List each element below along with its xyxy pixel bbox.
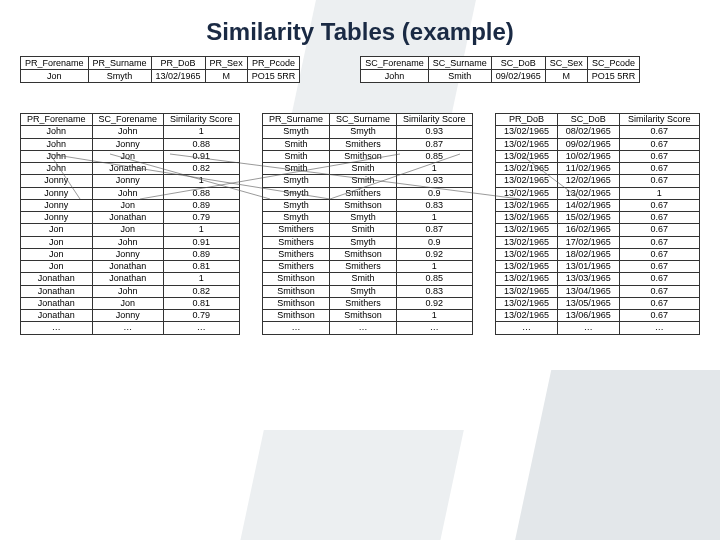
cell: 0.85	[397, 150, 473, 162]
cell: 0.67	[619, 224, 699, 236]
cell: 0.67	[619, 285, 699, 297]
table-row: SmithSmithers0.87	[263, 138, 473, 150]
cell: 13/02/1965	[496, 212, 558, 224]
table-row: SmithersSmithers1	[263, 261, 473, 273]
col-header: PR_Pcode	[247, 57, 300, 70]
cell: Smithers	[263, 236, 330, 248]
col-header: SC_DoB	[491, 57, 545, 70]
cell: 13/02/1965	[496, 126, 558, 138]
cell: Jon	[92, 224, 164, 236]
cell: 0.88	[164, 138, 240, 150]
cell: 08/02/1965	[557, 126, 619, 138]
cell: 13/01/1965	[557, 261, 619, 273]
cell: Smith	[263, 163, 330, 175]
col-header: PR_Surname	[88, 57, 151, 70]
table-row: 13/02/196515/02/19650.67	[496, 212, 700, 224]
cell: Smith	[330, 224, 397, 236]
cell: Smith	[263, 138, 330, 150]
cell: Smithers	[263, 261, 330, 273]
cell: …	[397, 322, 473, 334]
table-row: ………	[263, 322, 473, 334]
table-row: JonathanJonny0.79	[21, 310, 240, 322]
cell: Smyth	[330, 236, 397, 248]
cell: Smyth	[263, 175, 330, 187]
cell: 1	[397, 261, 473, 273]
cell: Smyth	[263, 187, 330, 199]
cell: 0.79	[164, 310, 240, 322]
cell: 0.67	[619, 236, 699, 248]
cell: …	[263, 322, 330, 334]
col-header: Similarity Score	[164, 114, 240, 126]
cell: …	[619, 322, 699, 334]
cell: Smith	[330, 163, 397, 175]
table-header-row: PR_ForenameSC_ForenameSimilarity Score	[21, 114, 240, 126]
table-row: JohnJon0.91	[21, 150, 240, 162]
content-area: PR_Forename PR_Surname PR_DoB PR_Sex PR_…	[0, 56, 720, 335]
table-row: 13/02/196516/02/19650.67	[496, 224, 700, 236]
cell: 13/02/1965	[496, 261, 558, 273]
cell: Jonny	[21, 187, 93, 199]
cell: 13/02/1965	[496, 224, 558, 236]
cell: Smith	[263, 150, 330, 162]
cell: Smyth	[263, 126, 330, 138]
table-row: SmythSmithers0.9	[263, 187, 473, 199]
table-row: 13/02/196518/02/19650.67	[496, 248, 700, 260]
cell: Jonathan	[92, 273, 164, 285]
cell: Smith	[330, 273, 397, 285]
table-row: SmithsonSmyth0.83	[263, 285, 473, 297]
cell: 13/02/1965	[496, 236, 558, 248]
cell: 18/02/1965	[557, 248, 619, 260]
cell: …	[92, 322, 164, 334]
cell: 13/02/1965	[496, 273, 558, 285]
cell: …	[164, 322, 240, 334]
cell: 0.9	[397, 236, 473, 248]
cell: Jonny	[92, 138, 164, 150]
col-header: SC_Surname	[428, 57, 491, 70]
table-row: JonathanJonathan1	[21, 273, 240, 285]
cell: 1	[397, 310, 473, 322]
cell: Jon	[21, 224, 93, 236]
table-row: SmithersSmyth0.9	[263, 236, 473, 248]
col-header: Similarity Score	[619, 114, 699, 126]
cell: 0.93	[397, 126, 473, 138]
cell: 0.85	[397, 273, 473, 285]
table-header-row: PR_DoBSC_DoBSimilarity Score	[496, 114, 700, 126]
cell: Jonathan	[21, 273, 93, 285]
cell: Smyth	[88, 70, 151, 83]
table-row: SmythSmithson0.83	[263, 199, 473, 211]
table-row: JonnyJonathan0.79	[21, 212, 240, 224]
cell: Jonny	[92, 248, 164, 260]
cell: John	[92, 285, 164, 297]
cell: 0.9	[397, 187, 473, 199]
table-row: 13/02/196513/06/19650.67	[496, 310, 700, 322]
col-header: PR_Sex	[205, 57, 247, 70]
cell: 0.91	[164, 150, 240, 162]
cell: 0.83	[397, 285, 473, 297]
cell: 15/02/1965	[557, 212, 619, 224]
cell: 12/02/1965	[557, 175, 619, 187]
cell: 0.87	[397, 224, 473, 236]
table-row: Jon Smyth 13/02/1965 M PO15 5RR	[21, 70, 300, 83]
cell: Jonathan	[92, 163, 164, 175]
cell: Jonathan	[21, 297, 93, 309]
cell: 0.83	[397, 199, 473, 211]
col-header: SC_Pcode	[587, 57, 640, 70]
cell: 0.82	[164, 163, 240, 175]
cell: Smithson	[330, 150, 397, 162]
table-row: JonJon1	[21, 224, 240, 236]
cell: 0.67	[619, 199, 699, 211]
cell: Jonathan	[92, 212, 164, 224]
table-row: SmithsonSmith0.85	[263, 273, 473, 285]
cell: John	[21, 126, 93, 138]
cell: Jonathan	[92, 261, 164, 273]
table-row: 13/02/196513/02/19651	[496, 187, 700, 199]
cell: 1	[164, 126, 240, 138]
table-header-row: SC_Forename SC_Surname SC_DoB SC_Sex SC_…	[361, 57, 640, 70]
table-row: SmithsonSmithers0.92	[263, 297, 473, 309]
cell: 09/02/1965	[557, 138, 619, 150]
cell: John	[21, 138, 93, 150]
cell: 0.93	[397, 175, 473, 187]
cell: …	[557, 322, 619, 334]
cell: 14/02/1965	[557, 199, 619, 211]
table-row: JonnyJon0.89	[21, 199, 240, 211]
